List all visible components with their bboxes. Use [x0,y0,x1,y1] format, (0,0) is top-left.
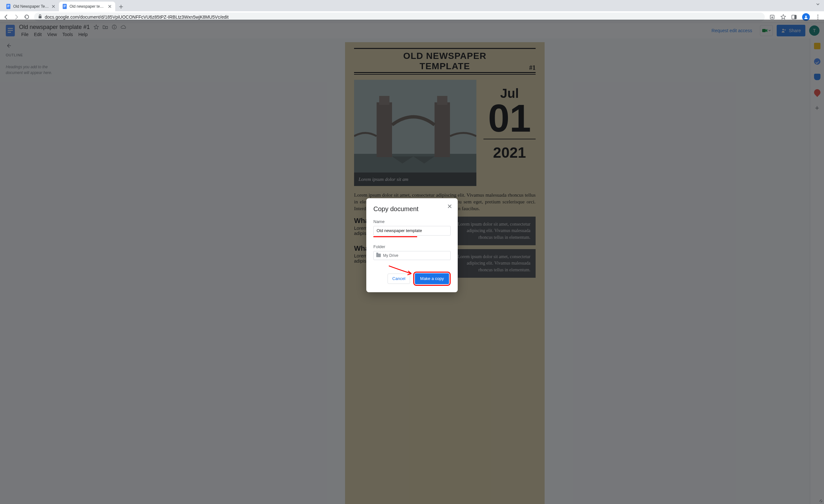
back-icon[interactable] [3,14,9,20]
chevron-down-icon[interactable] [816,2,820,8]
forward-icon[interactable] [13,14,19,20]
url-text: docs.google.com/document/d/185VpiUOCONFF… [45,14,228,20]
dialog-title: Copy document [373,205,451,213]
folder-value: My Drive [383,253,398,258]
name-label: Name [373,219,451,224]
new-tab-button[interactable] [116,2,125,11]
annotation-arrow-icon [388,264,416,277]
modal-overlay: Copy document Name Folder My Drive Cance… [0,20,824,504]
svg-point-15 [817,18,818,19]
browser-tab-strip: Old Newspaper Template – Fre Old newspap… [0,0,824,11]
svg-rect-1 [7,5,9,5]
reload-icon[interactable] [24,14,30,20]
make-a-copy-button[interactable]: Make a copy [415,273,449,284]
copy-document-dialog: Copy document Name Folder My Drive Cance… [366,198,458,292]
folder-label: Folder [373,244,451,249]
browser-tab-1[interactable]: Old newspaper template #1 - G [59,2,115,11]
annotation-underline [373,236,417,237]
bookmark-star-icon[interactable] [780,14,786,20]
svg-rect-11 [794,15,796,19]
svg-point-13 [817,14,818,15]
close-icon[interactable] [51,4,56,9]
browser-tab-0[interactable]: Old Newspaper Template – Fre [3,2,59,11]
svg-rect-2 [7,6,9,6]
docs-favicon-icon [6,4,11,9]
folder-icon [376,254,381,257]
svg-rect-6 [64,6,66,6]
tab-title-0: Old Newspaper Template – Fre [13,4,49,9]
svg-point-12 [805,15,807,17]
folder-selector[interactable]: My Drive [373,251,451,260]
lock-icon [38,14,42,20]
close-icon[interactable] [107,4,112,9]
sidepanel-icon[interactable] [791,14,797,20]
svg-rect-8 [39,16,41,18]
svg-point-14 [817,16,818,17]
svg-rect-5 [64,5,66,5]
install-icon[interactable] [769,14,775,20]
svg-rect-7 [64,7,65,7]
docs-favicon-icon [62,4,67,9]
kebab-menu-icon[interactable] [815,14,821,20]
tab-title-1: Old newspaper template #1 - G [70,4,105,9]
svg-rect-3 [7,7,8,7]
svg-rect-0 [6,4,10,9]
svg-rect-4 [63,4,67,9]
annotation-highlight: Make a copy [413,272,451,286]
close-icon[interactable] [447,204,452,210]
name-input[interactable] [373,226,451,235]
